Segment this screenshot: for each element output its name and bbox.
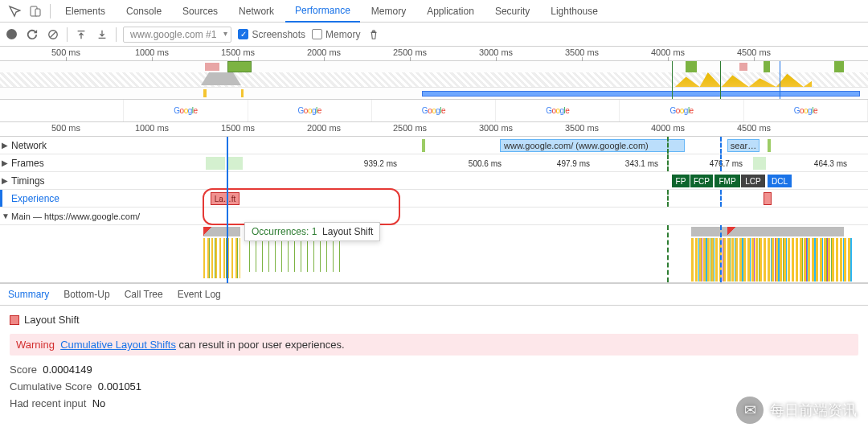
flame-chart[interactable]: ▶ Network www.google.com/ (www.google.co…: [0, 137, 868, 283]
watermark: ✉ 每日前端资讯: [736, 397, 857, 424]
annotation-box: [203, 188, 400, 225]
tab-network[interactable]: Network: [229, 0, 284, 23]
timing-marker-lcp[interactable]: LCP: [741, 175, 765, 187]
warning-banner: Warning Cumulative Layout Shifts can res…: [10, 334, 858, 356]
screenshots-checkbox[interactable]: ✓Screenshots: [238, 29, 305, 40]
ruler-tick: 2500 ms: [393, 47, 427, 57]
recording-selector[interactable]: www.google.com #1: [123, 27, 231, 43]
tab-performance[interactable]: Performance: [285, 0, 360, 23]
cls-doc-link[interactable]: Cumulative Layout Shifts: [60, 339, 176, 351]
ruler-tick: 1500 ms: [221, 47, 255, 57]
playhead-marker[interactable]: [227, 137, 228, 283]
tab-console[interactable]: Console: [117, 0, 171, 23]
timing-marker-fmp[interactable]: FMP: [714, 175, 740, 187]
perf-toolbar: www.google.com #1 ✓Screenshots Memory: [0, 23, 868, 47]
network-search-bar[interactable]: sear…: [727, 139, 760, 152]
svg-rect-1: [35, 9, 40, 16]
screenshots-label: Screenshots: [252, 29, 305, 40]
timings-track[interactable]: ▶ Timings FP FCP FMP LCP DCL: [0, 172, 868, 190]
record-button[interactable]: [6, 29, 17, 39]
main-flame-area[interactable]: [0, 225, 868, 283]
gc-button[interactable]: [366, 27, 381, 42]
inspect-icon[interactable]: [5, 2, 24, 21]
frames-track[interactable]: ▶ Frames 939.2 ms 500.6 ms 497.9 ms 343.…: [0, 154, 868, 172]
wechat-icon: ✉: [736, 397, 764, 424]
summary-row: Cumulative Score 0.001051: [10, 380, 858, 393]
svg-line-3: [51, 31, 56, 37]
tab-application[interactable]: Application: [417, 0, 484, 23]
overview-ruler[interactable]: 500 ms 1000 ms 1500 ms 2000 ms 2500 ms 3…: [0, 47, 868, 61]
summary-title: Layout Shift: [24, 314, 80, 326]
screenshot-filmstrip[interactable]: Google Google Google Google Google Googl…: [0, 100, 868, 122]
timing-marker-fcp[interactable]: FCP: [690, 175, 713, 187]
tab-summary[interactable]: Summary: [8, 289, 49, 300]
summary-row: Had recent input No: [10, 397, 858, 409]
device-toggle-icon[interactable]: [26, 2, 45, 21]
ruler-tick: 500 ms: [51, 47, 80, 57]
tab-lighthouse[interactable]: Lighthouse: [541, 0, 608, 23]
memory-checkbox[interactable]: Memory: [312, 29, 360, 40]
google-logo: Google: [174, 106, 197, 115]
ruler-tick: 3500 ms: [565, 47, 599, 57]
summary-row: Score 0.0004149: [10, 364, 858, 376]
layout-shift-event[interactable]: [764, 192, 772, 205]
ruler-tick: 3000 ms: [479, 47, 513, 57]
memory-label: Memory: [326, 29, 360, 40]
detail-ruler[interactable]: 500 ms 1000 ms 1500 ms 2000 ms 2500 ms 3…: [0, 122, 868, 137]
ruler-tick: 1000 ms: [135, 47, 169, 57]
details-tabs: Summary Bottom-Up Call Tree Event Log: [0, 283, 868, 306]
ruler-tick: 4500 ms: [737, 47, 771, 57]
devtools-tabs: Elements Console Sources Network Perform…: [0, 0, 868, 23]
overview-strip[interactable]: [0, 61, 868, 100]
main-track-header[interactable]: ▼ Main — https://www.google.com/: [0, 208, 868, 225]
load-profile-button[interactable]: [74, 27, 88, 42]
save-profile-button[interactable]: [95, 27, 109, 42]
layout-shift-swatch: [10, 315, 19, 325]
tab-bottom-up[interactable]: Bottom-Up: [63, 289, 109, 300]
clear-button[interactable]: [46, 27, 60, 42]
event-tooltip: Occurrences: 1 Layout Shift: [244, 222, 380, 241]
tab-event-log[interactable]: Event Log: [178, 289, 221, 300]
tab-call-tree[interactable]: Call Tree: [125, 289, 163, 300]
tab-sources[interactable]: Sources: [173, 0, 227, 23]
timing-marker-dcl[interactable]: DCL: [768, 175, 792, 187]
ruler-tick: 4000 ms: [651, 47, 685, 57]
reload-record-button[interactable]: [25, 27, 39, 42]
tab-memory[interactable]: Memory: [362, 0, 416, 23]
network-url-bar[interactable]: www.google.com/ (www.google.com): [500, 139, 685, 152]
tab-elements[interactable]: Elements: [55, 0, 115, 23]
timing-marker-fp[interactable]: FP: [672, 175, 690, 187]
experience-track[interactable]: Experience La…ft: [0, 190, 868, 208]
ruler-tick: 2000 ms: [307, 47, 341, 57]
tab-security[interactable]: Security: [485, 0, 539, 23]
network-track[interactable]: ▶ Network www.google.com/ (www.google.co…: [0, 137, 868, 154]
